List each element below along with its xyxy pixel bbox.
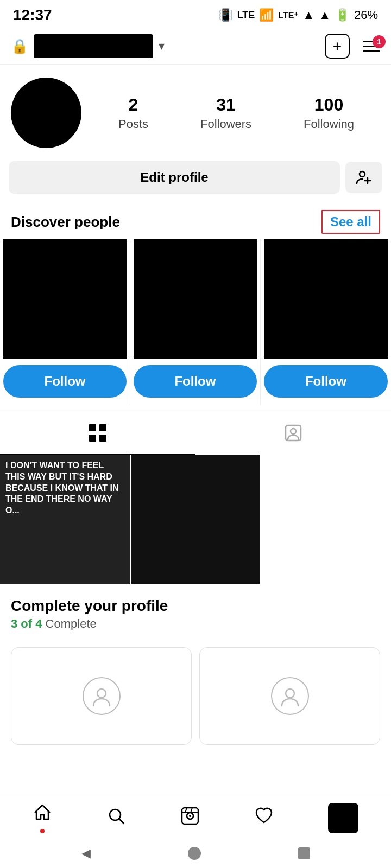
home-icon [33,803,52,827]
complete-card-2[interactable] [199,647,380,745]
home-active-dot [40,829,45,833]
followers-label: Followers [200,117,251,131]
tabs-row [0,412,391,455]
complete-card-icon-2 [271,677,309,715]
profile-section: 2 Posts 31 Followers 100 Following [0,65,391,157]
wifi-icon: 📶 [259,8,274,22]
back-button[interactable]: ◀ [81,846,91,860]
heart-icon [254,806,274,830]
post-text: I DON'T WANT TO FEEL THIS WAY BUT IT'S H… [5,460,124,516]
nav-reels[interactable] [180,806,200,830]
discover-user-image-1 [3,239,127,359]
complete-cards [0,640,391,756]
discover-title: Discover people [11,214,120,231]
add-person-button[interactable] [345,162,382,193]
home-button[interactable] [188,847,201,860]
posts-label: Posts [118,117,148,131]
recents-button[interactable] [298,847,310,859]
posts-stat[interactable]: 2 Posts [118,95,148,131]
followers-stat[interactable]: 31 Followers [200,95,251,131]
signal2-icon: ▲ [319,8,331,22]
person-icon-2 [279,685,301,707]
svg-rect-4 [99,424,106,431]
person-icon-1 [91,685,112,707]
discover-user-image-3 [264,239,388,359]
reels-icon [180,806,200,830]
complete-profile-subtitle: 3 of 4 Complete [11,617,380,631]
edit-profile-button[interactable]: Edit profile [9,161,340,194]
tab-tagged[interactable] [195,412,391,455]
search-svg [106,806,126,826]
search-icon [106,806,126,830]
posts-count: 2 [129,95,138,115]
notification-badge: 1 [373,35,386,48]
plus-icon: + [333,37,342,55]
signal-icon: ▲ [302,8,314,22]
system-nav: ◀ [0,839,391,868]
discover-card-2: Follow [130,239,261,405]
following-stat[interactable]: 100 Following [304,95,354,131]
svg-point-0 [360,171,365,177]
follow-button-3[interactable]: Follow [264,365,388,398]
discover-header: Discover people See all [0,202,391,239]
heart-svg [254,806,274,826]
bottom-nav-items [0,795,391,839]
status-time: 12:37 [13,7,52,24]
nav-search[interactable] [106,806,126,830]
complete-card-1[interactable] [11,647,192,745]
complete-fraction: 3 of 4 [11,617,42,630]
posts-grid: I DON'T WANT TO FEEL THIS WAY BUT IT'S H… [0,455,391,584]
svg-line-18 [191,808,192,813]
discover-card-1: Follow [0,239,130,405]
nav-profile[interactable] [328,803,358,833]
complete-card-icon-1 [83,677,121,715]
following-count: 100 [314,95,343,115]
profile-actions: Edit profile [0,157,391,202]
chevron-down-icon[interactable]: ▾ [159,39,165,53]
discover-user-image-2 [134,239,257,359]
svg-point-8 [291,429,296,434]
complete-suffix: Complete [46,617,97,630]
svg-point-10 [286,689,294,698]
status-bar: 12:37 📳 LTE 📶 LTE⁺ ▲ ▲ 🔋 26% [0,0,391,28]
add-person-icon [356,169,372,186]
username-bar [34,34,153,58]
svg-point-15 [189,815,191,817]
menu-button[interactable]: 1 [363,41,380,52]
tagged-icon [283,423,303,443]
lte-plus-icon: LTE⁺ [278,10,298,21]
profile-thumbnail [328,803,358,833]
reels-svg [180,806,200,826]
status-icons: 📳 LTE 📶 LTE⁺ ▲ ▲ 🔋 26% [218,8,378,22]
follow-button-2[interactable]: Follow [134,365,257,398]
svg-rect-6 [99,435,106,442]
bottom-nav: ◀ [0,795,391,868]
grid-icon [88,423,108,443]
post-1[interactable]: I DON'T WANT TO FEEL THIS WAY BUT IT'S H… [0,455,130,584]
svg-rect-5 [89,435,96,442]
lock-icon: 🔒 [11,38,28,55]
complete-profile-title: Complete your profile [11,597,380,615]
following-label: Following [304,117,354,131]
lte-icon: LTE [237,10,255,21]
nav-likes[interactable] [254,806,274,830]
nav-left: 🔒 ▾ [11,34,165,58]
followers-count: 31 [216,95,236,115]
home-svg [33,803,52,822]
svg-rect-3 [89,424,96,431]
complete-profile-section: Complete your profile 3 of 4 Complete [0,584,391,640]
discover-carousel: Follow Follow Follow [0,239,391,405]
follow-button-1[interactable]: Follow [3,365,127,398]
nav-right: + 1 [325,34,380,59]
tab-grid[interactable] [0,412,195,455]
nav-home[interactable] [33,803,52,833]
new-post-button[interactable]: + [325,34,350,59]
see-all-button[interactable]: See all [321,210,380,234]
vibrate-icon: 📳 [218,8,233,22]
svg-line-17 [185,808,187,813]
svg-line-12 [119,819,124,824]
svg-point-9 [97,689,106,698]
top-nav: 🔒 ▾ + 1 [0,28,391,65]
post-2[interactable] [131,455,261,584]
avatar[interactable] [11,78,81,148]
